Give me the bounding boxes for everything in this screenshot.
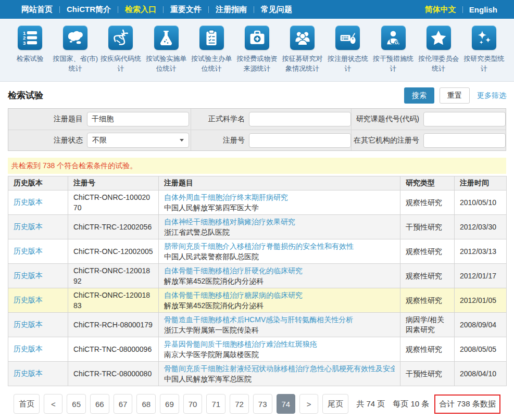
total-records-annotated: 合计 738 条数据 <box>434 394 500 414</box>
history-version-link[interactable]: 历史版本 <box>14 271 43 279</box>
trial-organization: 中国人民解放军海军总医院 <box>164 374 395 384</box>
pagination-page-button[interactable]: 73 <box>253 394 272 414</box>
registration-date: 2012/01/17 <box>455 264 507 288</box>
world-map-icon <box>63 26 87 50</box>
pagination: 首页 < 65 66 67 68 69 70 71 72 73 74 > 尾页 … <box>8 394 506 414</box>
trial-organization: 解放军第452医院消化内分泌科 <box>164 300 395 311</box>
pagination-page-button[interactable]: 66 <box>90 394 109 414</box>
toolbar-item-label: 检索试验 <box>17 54 44 63</box>
pagination-first-button[interactable]: 首页 <box>14 394 40 414</box>
col-header-reg-no: 注册号 <box>68 176 159 190</box>
registration-number-label: 注册号 <box>191 136 245 145</box>
trial-title-link[interactable]: 自体神经干细胞移植对脑瘫治疗效果研究 <box>164 217 395 227</box>
history-version-link[interactable]: 历史版本 <box>14 198 43 206</box>
toolbar-item-label: 按干预措施统计 <box>371 54 416 73</box>
results-table: 历史版本 注册号 注册题目 研究类型 注册时间 历史版本 ChiCTR-ONRC… <box>8 176 507 386</box>
history-version-link[interactable]: 历史版本 <box>14 345 43 353</box>
other-org-number-label: 在其它机构的注册号 <box>352 136 419 145</box>
trial-title-link[interactable]: 骨髓造血干细胞移植术后HCMV感染与肝转氨酶相关性分析 <box>164 314 395 325</box>
registration-number: ChiCTR-ONRC-12001892 <box>68 264 159 288</box>
pagination-page-button[interactable]: 72 <box>230 394 249 414</box>
history-version-link[interactable]: 历史版本 <box>14 222 43 231</box>
trial-title-link[interactable]: 自体骨髓干细胞移植治疗糖尿病的临床研究 <box>164 290 395 300</box>
pagination-page-button[interactable]: 68 <box>136 394 156 414</box>
table-row: 历史版本 ChiCTR-ONRC-10002070 自体外周血干细胞治疗终末期肝… <box>8 190 507 215</box>
other-org-number-input[interactable] <box>423 133 506 148</box>
nav-item-documents[interactable]: 重要文件 <box>164 5 208 15</box>
registration-date: 2008/05/05 <box>455 337 507 362</box>
toolbar-item-label: 按经费或物资来源统计 <box>234 54 280 73</box>
scientific-name-label: 正式科学名 <box>191 114 245 124</box>
study-type: 观察性研究 <box>400 337 455 362</box>
registration-number: ChiCTR-RCH-08000179 <box>68 313 159 337</box>
search-button[interactable]: 搜索 <box>404 87 434 104</box>
toolbar-item-label: 按试验实施单位统计 <box>144 54 189 73</box>
pagination-page-button[interactable]: 67 <box>114 394 133 414</box>
scientific-name-input[interactable] <box>249 112 351 126</box>
toolbar-item-by-disease-code[interactable]: 按疾病代码统计 <box>98 26 143 81</box>
keyboard-mouse-icon <box>335 26 360 50</box>
nav-item-home[interactable]: 网站首页 <box>15 5 59 15</box>
pagination-page-button[interactable]: 70 <box>183 394 203 414</box>
study-type: 观察性研究 <box>400 264 455 288</box>
history-version-link[interactable]: 历史版本 <box>14 247 43 255</box>
nav-item-guide[interactable]: 注册指南 <box>209 5 254 15</box>
lang-simplified-chinese[interactable]: 简体中文 <box>419 5 462 15</box>
registration-status-select[interactable]: 不限 <box>87 133 189 148</box>
pagination-last-button[interactable]: 尾页 <box>322 394 348 414</box>
reset-button[interactable]: 重置 <box>440 87 470 104</box>
chevron-down-icon <box>180 139 184 142</box>
trial-title-link[interactable]: 自体骨髓干细胞移植治疗肝硬化的临床研究 <box>164 265 395 276</box>
registration-title-label: 注册题目 <box>8 114 83 124</box>
toolbar-item-by-recruitment-status[interactable]: 按征募研究对象情况统计 <box>280 26 325 81</box>
toolbar-item-label: 按国家、省(市)统计 <box>53 54 98 73</box>
pagination-next-button[interactable]: > <box>299 394 318 414</box>
toolbar-item-by-registration-status[interactable]: 按注册状态统计 <box>325 26 370 81</box>
pagination-page-button[interactable]: 71 <box>206 394 225 414</box>
results-count-message: 共检索到 738 个符合检索条件的试验。 <box>8 158 506 174</box>
form-group: 研究课题代号(代码) <box>351 109 506 130</box>
history-version-link[interactable]: 历史版本 <box>14 369 43 377</box>
trial-title-link[interactable]: 骨髓间充质干细胞注射液经冠状动脉移植治疗急性心肌梗死有效性及安全性的随机... <box>164 363 395 374</box>
history-version-link[interactable]: 历史版本 <box>14 296 43 304</box>
trial-organization: 中国人民解放军第四军医大学 <box>164 202 395 213</box>
study-code-label: 研究课题代号(代码) <box>352 114 419 124</box>
toolbar-item-by-sponsor-unit[interactable]: 按试验主办单位统计 <box>189 26 234 81</box>
toolbar-item-by-implementing-unit[interactable]: 按试验实施单位统计 <box>144 26 189 81</box>
nav-item-about[interactable]: ChiCTR简介 <box>60 5 118 15</box>
registration-date: 2010/05/10 <box>455 190 507 215</box>
registration-date: 2008/04/10 <box>455 362 507 386</box>
toolbar-item-search-trials[interactable]: 1 2 3 检索试验 <box>7 26 53 81</box>
trial-title-link[interactable]: 异基因骨髓间质干细胞移植治疗难治性红斑狼疮 <box>164 339 395 349</box>
more-filters-link[interactable]: 更多筛选 <box>477 91 506 100</box>
pagination-current-page-button[interactable]: 74 <box>277 394 296 414</box>
trial-organization: 南京大学医学院附属鼓楼医院 <box>164 349 395 360</box>
registration-number-input[interactable] <box>249 133 351 148</box>
nav-item-search-entry[interactable]: 检索入口 <box>118 5 163 15</box>
history-version-link[interactable]: 历史版本 <box>14 320 43 328</box>
toolbar-item-by-intervention[interactable]: 按干预措施统计 <box>371 26 416 81</box>
form-group: 在其它机构的注册号 <box>351 130 506 150</box>
pagination-page-button[interactable]: 65 <box>67 394 86 414</box>
registration-number: ChiCTR-ONRC-12001883 <box>68 288 159 313</box>
trial-title-link[interactable]: 脐带间充质干细胞介入移植治疗脊髓损伤的安全性和有效性 <box>164 241 395 251</box>
col-header-date: 注册时间 <box>455 176 507 190</box>
language-switcher: 简体中文 English <box>419 5 504 15</box>
trial-title-link[interactable]: 自体外周血干细胞治疗终末期肝病研究 <box>164 192 395 202</box>
section-header: 检索试验 搜索 重置 更多筛选 <box>8 87 506 104</box>
pagination-page-button[interactable]: 69 <box>160 394 179 414</box>
toolbar-item-by-ethics-committee[interactable]: 按伦理委员会统计 <box>416 26 461 81</box>
registration-title-input[interactable] <box>87 112 189 126</box>
trial-organization: 浙江大学附属第一医院传染科 <box>164 325 395 335</box>
toolbar-item-by-funding-source[interactable]: 按经费或物资来源统计 <box>234 26 280 81</box>
toolbar-item-by-study-type[interactable]: 按研究类型统计 <box>461 26 507 81</box>
study-code-input[interactable] <box>423 112 506 126</box>
table-row: 历史版本 ChiCTR-RCH-08000179 骨髓造血干细胞移植术后HCMV… <box>8 313 507 337</box>
lang-english[interactable]: English <box>463 5 504 14</box>
pagination-prev-button[interactable]: < <box>44 394 62 414</box>
registration-date: 2008/09/04 <box>455 313 507 337</box>
nav-item-faq[interactable]: 常见问题 <box>254 5 299 15</box>
toolbar-item-by-country[interactable]: 按国家、省(市)统计 <box>53 26 98 81</box>
toolbar-item-label: 按伦理委员会统计 <box>416 54 461 73</box>
star-icon <box>427 26 451 50</box>
